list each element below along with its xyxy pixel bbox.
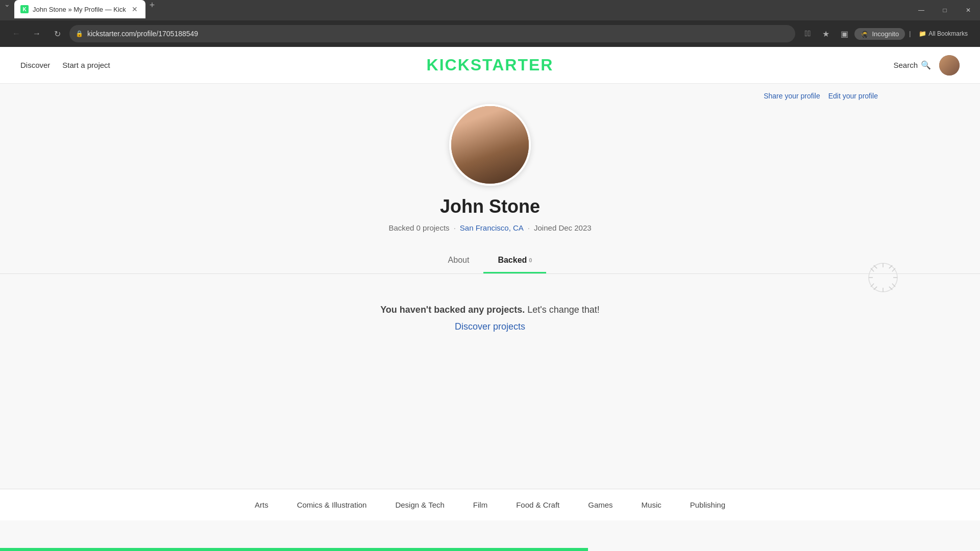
tab-close-button[interactable]: ✕ bbox=[130, 5, 139, 14]
address-bar[interactable]: 🔒 kickstarter.com/profile/1705188549 bbox=[69, 25, 795, 42]
folder-icon: 📁 bbox=[919, 30, 926, 37]
nav-start-project[interactable]: Start a project bbox=[62, 61, 110, 69]
eye-slash-icon[interactable]: 👁̸ bbox=[799, 26, 816, 42]
meta-dot-1: · bbox=[454, 223, 456, 232]
meta-dot-2: · bbox=[528, 223, 530, 232]
profile-section: Share your profile Edit your profile Joh… bbox=[0, 84, 980, 363]
search-icon: 🔍 bbox=[921, 60, 931, 70]
tab-spacer bbox=[159, 0, 910, 20]
footer-category-link[interactable]: Comics & Illustration bbox=[283, 489, 381, 520]
location-link[interactable]: San Francisco, CA bbox=[460, 223, 524, 232]
edit-profile-link[interactable]: Edit your profile bbox=[828, 92, 878, 100]
search-button[interactable]: Search 🔍 bbox=[893, 60, 931, 70]
site-header: Discover Start a project KICKSTARTER Sea… bbox=[0, 47, 980, 84]
toolbar-right: 👁̸ ★ ▣ 🥷 Incognito | 📁 All Bookmarks bbox=[799, 26, 972, 42]
backed-badge: 0 bbox=[529, 257, 532, 263]
profile-avatar bbox=[449, 104, 531, 186]
active-tab[interactable]: K John Stone » My Profile — Kick ✕ bbox=[14, 0, 145, 18]
minimize-button[interactable]: — bbox=[910, 2, 933, 18]
page-content: Discover Start a project KICKSTARTER Sea… bbox=[0, 47, 980, 551]
tab-list-button[interactable]: ⌄ bbox=[0, 0, 14, 20]
footer-category-link[interactable]: Film bbox=[459, 489, 502, 520]
forward-button[interactable]: → bbox=[29, 26, 45, 42]
profile-name: John Stone bbox=[440, 196, 540, 217]
bookmark-icon[interactable]: ★ bbox=[818, 26, 834, 42]
nav-discover[interactable]: Discover bbox=[20, 61, 50, 69]
close-button[interactable]: ✕ bbox=[957, 2, 980, 18]
user-avatar[interactable] bbox=[939, 55, 960, 76]
footer-categories: ArtsComics & IllustrationDesign & TechFi… bbox=[0, 489, 980, 520]
tab-about[interactable]: About bbox=[434, 248, 484, 273]
bookmarks-button[interactable]: 📁 All Bookmarks bbox=[915, 30, 972, 37]
empty-state: You haven't backed any projects. Let's c… bbox=[0, 274, 980, 363]
bookmarks-label: All Bookmarks bbox=[928, 30, 968, 37]
incognito-label: Incognito bbox=[872, 30, 899, 38]
joined-date: Joined Dec 2023 bbox=[534, 223, 592, 232]
tab-backed[interactable]: Backed 0 bbox=[483, 248, 546, 273]
site-logo[interactable]: KICKSTARTER bbox=[427, 56, 554, 74]
browser-chrome: ⌄ K John Stone » My Profile — Kick ✕ + —… bbox=[0, 0, 980, 47]
footer-category-link[interactable]: Publishing bbox=[676, 489, 740, 520]
spinner-decoration bbox=[868, 262, 898, 295]
empty-state-text: You haven't backed any projects. Let's c… bbox=[10, 305, 970, 315]
site-nav-right: Search 🔍 bbox=[893, 55, 960, 76]
footer-category-link[interactable]: Arts bbox=[240, 489, 283, 520]
lock-icon: 🔒 bbox=[76, 30, 83, 37]
backed-count-label: Backed 0 projects bbox=[388, 223, 449, 232]
bottom-progress-bar bbox=[0, 548, 588, 551]
device-icon[interactable]: ▣ bbox=[836, 26, 852, 42]
discover-projects-link[interactable]: Discover projects bbox=[455, 321, 525, 332]
tab-favicon: K bbox=[20, 5, 29, 13]
browser-toolbar: ← → ↻ 🔒 kickstarter.com/profile/17051885… bbox=[0, 20, 980, 47]
footer-category-link[interactable]: Music bbox=[627, 489, 676, 520]
restore-button[interactable]: □ bbox=[933, 2, 957, 18]
tab-title: John Stone » My Profile — Kick bbox=[33, 6, 126, 13]
incognito-icon: 🥷 bbox=[861, 30, 869, 38]
share-profile-link[interactable]: Share your profile bbox=[764, 92, 820, 100]
profile-tabs: About Backed 0 bbox=[0, 248, 980, 274]
new-tab-button[interactable]: + bbox=[145, 0, 159, 20]
profile-actions: Share your profile Edit your profile bbox=[764, 92, 878, 100]
spinner-svg bbox=[868, 262, 898, 293]
incognito-button[interactable]: 🥷 Incognito bbox=[854, 28, 905, 40]
separator: | bbox=[907, 30, 913, 37]
empty-state-rest: Let's change that! bbox=[527, 305, 600, 315]
footer-category-link[interactable]: Food & Craft bbox=[502, 489, 574, 520]
back-button[interactable]: ← bbox=[8, 26, 24, 42]
avatar-image bbox=[939, 55, 960, 76]
site-nav-left: Discover Start a project bbox=[20, 61, 110, 69]
footer-category-link[interactable]: Design & Tech bbox=[381, 489, 458, 520]
url-text: kickstarter.com/profile/1705188549 bbox=[87, 30, 789, 38]
reload-button[interactable]: ↻ bbox=[49, 26, 65, 42]
search-label: Search bbox=[893, 61, 918, 69]
footer-category-link[interactable]: Games bbox=[574, 489, 627, 520]
profile-avatar-image bbox=[451, 106, 529, 184]
kickstarter-logo-text: KICKSTARTER bbox=[427, 56, 554, 74]
empty-state-bold: You haven't backed any projects. bbox=[380, 305, 525, 315]
profile-meta: Backed 0 projects · San Francisco, CA · … bbox=[388, 223, 591, 232]
svg-point-0 bbox=[869, 263, 897, 292]
